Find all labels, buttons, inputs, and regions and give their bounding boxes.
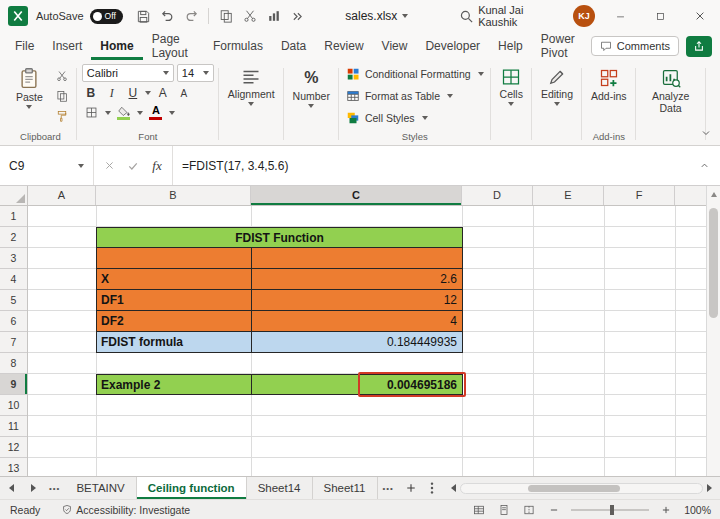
row-header[interactable]: 5 [0,290,27,311]
fill-color-chevron-icon[interactable] [137,111,143,115]
user-account[interactable]: Kunal Jai Kaushik KJ [478,4,595,28]
formula-input[interactable]: =FDIST(17, 3.4,5.6) [173,159,699,173]
accessibility-status[interactable]: Accessibility: Investigate [62,504,190,516]
row-header[interactable]: 10 [0,395,27,416]
paste-button[interactable]: Paste [9,64,50,124]
borders-icon[interactable] [82,104,102,121]
font-color-icon[interactable]: A [146,104,166,121]
copy-icon[interactable] [214,3,238,29]
page-layout-view-icon[interactable] [496,502,512,518]
column-header[interactable]: F [604,186,675,205]
zoom-level[interactable]: 100% [683,504,711,516]
worksheet-grid[interactable]: ABCDEF 12345678910111213 FDIST Function … [0,186,720,476]
copy-icon[interactable] [52,87,72,104]
hscroll-right-icon[interactable] [707,484,712,492]
cell-B3[interactable] [97,248,252,268]
search-icon[interactable] [454,3,478,29]
new-sheet-button[interactable] [399,477,423,499]
cut-icon[interactable] [52,67,72,84]
italic-button[interactable]: I [103,84,121,102]
alignment-button[interactable]: Alignment [224,64,279,112]
menu-tab[interactable]: Power Pivot [532,32,591,60]
cells-button[interactable]: Cells [496,64,527,112]
row-header[interactable]: 1 [0,206,27,227]
sheet-nav-left-icon[interactable] [0,477,22,499]
select-all-corner[interactable] [0,186,28,205]
bold-button[interactable]: B [82,84,100,102]
analyze-data-button[interactable]: Analyze Data [641,64,701,120]
column-header[interactable]: A [28,186,96,205]
close-button[interactable] [680,0,720,32]
cell-B6[interactable]: DF2 [97,311,252,331]
name-box[interactable]: C9 [0,146,94,185]
minimize-button[interactable] [601,0,641,32]
row-header[interactable]: 4 [0,269,27,290]
zoom-slider-thumb[interactable] [610,505,614,515]
sheet-tab[interactable]: Ceiling function [137,477,247,499]
cell-C3[interactable] [252,248,463,268]
sheet-options-icon[interactable] [423,477,441,499]
row-header[interactable]: 3 [0,248,27,269]
save-icon[interactable] [131,3,155,29]
row-header[interactable]: 6 [0,311,27,332]
font-name-select[interactable]: Calibri [82,64,174,82]
font-size-select[interactable]: 14 [177,64,214,82]
sheet-overflow-right[interactable]: ••• [378,477,399,499]
workbook-title[interactable]: sales.xlsx [339,5,414,27]
cut-icon[interactable] [238,3,262,29]
row-header[interactable]: 2 [0,227,27,248]
excel-logo-icon[interactable] [8,6,28,26]
conditional-formatting-button[interactable]: Conditional Formatting [344,64,486,84]
font-color-chevron-icon[interactable] [169,111,175,115]
normal-view-icon[interactable] [471,502,487,518]
vertical-scroll-thumb[interactable] [709,208,718,318]
redo-icon[interactable] [179,3,203,29]
more-commands-chevron-icon[interactable] [285,3,309,29]
column-header[interactable]: D [462,186,533,205]
row-header[interactable]: 11 [0,416,27,437]
cell-B2-title[interactable]: FDIST Function [97,228,463,247]
format-painter-icon[interactable] [52,107,72,124]
maximize-button[interactable] [641,0,681,32]
row-header[interactable]: 9 [0,374,27,395]
format-as-table-button[interactable]: Format as Table [344,86,486,106]
cell-B4[interactable]: X [97,269,252,289]
number-button[interactable]: % Number [289,64,334,114]
menu-tab[interactable]: Review [315,32,372,60]
column-header[interactable]: C [251,186,462,205]
cell-C5[interactable]: 12 [252,290,463,310]
cell-C6[interactable]: 4 [252,311,463,331]
menu-tab[interactable]: Help [489,32,532,60]
zoom-slider[interactable] [571,509,649,511]
enter-icon[interactable] [122,155,144,177]
sheet-tab[interactable]: Sheet11 [313,477,378,499]
cell-B7[interactable]: FDIST formula [97,332,252,352]
comments-button[interactable]: Comments [591,36,679,56]
horizontal-scrollbar[interactable] [451,477,712,499]
row-header[interactable]: 13 [0,458,27,476]
scroll-up-icon[interactable] [711,192,717,197]
underline-button[interactable]: U [124,84,142,102]
insert-function-icon[interactable]: fx [146,155,168,177]
menu-tab[interactable]: Insert [43,32,91,60]
menu-tab[interactable]: File [6,32,43,60]
column-header[interactable]: B [96,186,251,205]
addins-button[interactable]: Add-ins [587,64,631,108]
cell-B9[interactable]: Example 2 [97,375,252,394]
cell-styles-button[interactable]: Cell Styles [344,108,486,128]
chart-icon[interactable] [262,3,286,29]
hscroll-left-icon[interactable] [451,484,456,492]
menu-tab[interactable]: Formulas [204,32,272,60]
horizontal-scroll-track[interactable] [460,483,703,494]
row-header[interactable]: 12 [0,437,27,458]
column-header[interactable]: E [533,186,604,205]
page-break-view-icon[interactable] [521,502,537,518]
horizontal-scroll-thumb[interactable] [528,485,620,492]
undo-icon[interactable] [155,3,179,29]
sheet-nav-right-icon[interactable] [22,477,44,499]
zoom-in-icon[interactable] [658,502,674,518]
menu-tab[interactable]: Data [272,32,315,60]
vertical-scrollbar[interactable] [706,186,720,476]
collapse-ribbon-icon[interactable] [700,127,712,139]
underline-chevron-icon[interactable] [145,91,151,95]
